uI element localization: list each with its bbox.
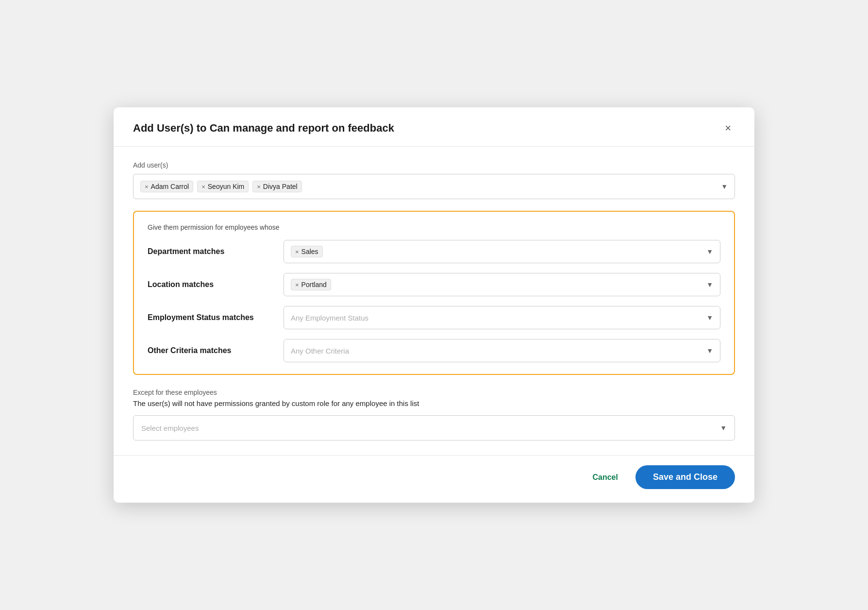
other-criteria-select[interactable]: Any Other Criteria ▼ [284, 339, 720, 362]
department-chevron-icon: ▼ [706, 248, 713, 255]
employees-chevron-icon: ▼ [720, 424, 727, 432]
cancel-button[interactable]: Cancel [584, 468, 625, 487]
location-tag-portland-label: Portland [301, 281, 327, 288]
remove-seoyun-icon[interactable]: × [201, 184, 205, 190]
modal-body: Add user(s) × Adam Carrol × Seoyun Kim ×… [114, 147, 754, 450]
location-criteria-row: Location matches × Portland ▼ [148, 273, 720, 296]
add-users-label: Add user(s) [133, 161, 735, 169]
other-criteria-placeholder: Any Other Criteria [291, 347, 349, 355]
modal-container: Add User(s) to Can manage and report on … [114, 107, 754, 503]
department-select[interactable]: × Sales ▼ [284, 240, 720, 263]
employment-status-select[interactable]: Any Employment Status ▼ [284, 306, 720, 329]
user-tag-adam: × Adam Carrol [140, 181, 193, 192]
location-tag-portland: × Portland [291, 279, 331, 290]
user-name-divya: Divya Patel [263, 183, 298, 190]
department-criteria-row: Department matches × Sales ▼ [148, 240, 720, 263]
user-select-chevron-icon: ▼ [721, 183, 728, 190]
remove-portland-icon[interactable]: × [295, 281, 299, 288]
except-section: Except for these employees The user(s) w… [133, 389, 735, 441]
employment-status-criteria-row: Employment Status matches Any Employment… [148, 306, 720, 329]
user-tag-divya: × Divya Patel [252, 181, 301, 192]
close-button[interactable]: × [721, 121, 735, 136]
user-tag-seoyun: × Seoyun Kim [197, 181, 249, 192]
permission-box-title: Give them permission for employees whose [148, 223, 720, 231]
employment-status-label: Employment Status matches [148, 313, 284, 322]
except-label: Except for these employees [133, 389, 735, 396]
department-tag-sales: × Sales [291, 246, 323, 257]
department-tag-sales-label: Sales [301, 248, 318, 255]
location-select[interactable]: × Portland ▼ [284, 273, 720, 296]
modal-footer: Cancel Save and Close [114, 455, 754, 503]
employees-placeholder: Select employees [141, 424, 720, 432]
other-criteria-chevron-icon: ▼ [706, 347, 713, 355]
employees-select-dropdown[interactable]: Select employees ▼ [133, 415, 735, 441]
other-criteria-label: Other Criteria matches [148, 346, 284, 355]
department-label: Department matches [148, 247, 284, 256]
other-criteria-row: Other Criteria matches Any Other Criteri… [148, 339, 720, 362]
remove-divya-icon[interactable]: × [257, 184, 261, 190]
employment-status-chevron-icon: ▼ [706, 314, 713, 322]
save-and-close-button[interactable]: Save and Close [635, 465, 735, 489]
modal-title: Add User(s) to Can manage and report on … [133, 122, 394, 135]
location-chevron-icon: ▼ [706, 281, 713, 288]
employment-status-placeholder: Any Employment Status [291, 314, 368, 322]
user-name-seoyun: Seoyun Kim [208, 183, 244, 190]
modal-header: Add User(s) to Can manage and report on … [114, 107, 754, 147]
except-description: The user(s) will not have permissions gr… [133, 399, 735, 407]
user-select-dropdown[interactable]: × Adam Carrol × Seoyun Kim × Divya Patel… [133, 174, 735, 199]
remove-adam-icon[interactable]: × [145, 184, 149, 190]
add-users-section: Add user(s) × Adam Carrol × Seoyun Kim ×… [133, 161, 735, 199]
user-name-adam: Adam Carrol [151, 183, 189, 190]
location-label: Location matches [148, 280, 284, 289]
permission-criteria-box: Give them permission for employees whose… [133, 211, 735, 375]
remove-sales-icon[interactable]: × [295, 248, 299, 255]
